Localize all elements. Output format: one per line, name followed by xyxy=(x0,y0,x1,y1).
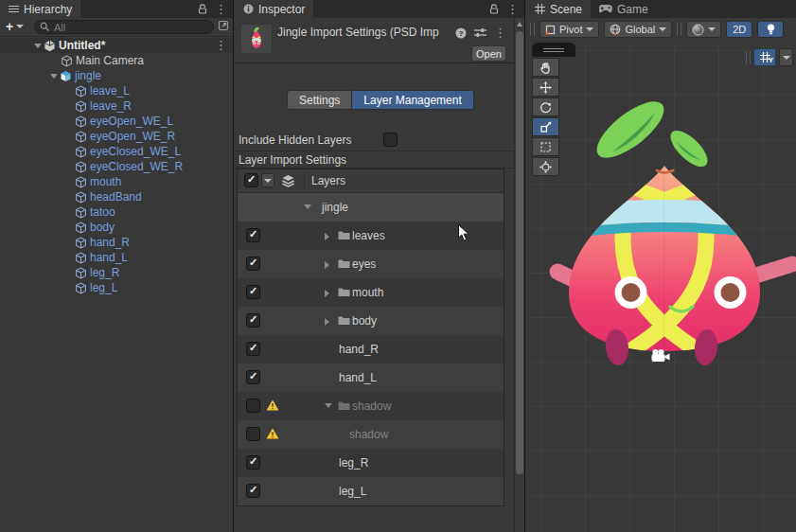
layer-row-leg-r[interactable]: leg_R xyxy=(238,449,504,477)
help-circle-icon[interactable]: ? xyxy=(455,27,467,39)
hierarchy-row[interactable]: mouth xyxy=(0,174,233,189)
object-name: Main Camera xyxy=(76,54,144,67)
layer-row-hand-r[interactable]: hand_R xyxy=(238,335,504,364)
kebab-menu-icon[interactable]: ⋮ xyxy=(215,38,227,53)
layer-import-settings-header: Layer Import Settings xyxy=(235,151,514,168)
layer-row-mouth[interactable]: mouth xyxy=(238,278,504,307)
hierarchy-row[interactable]: hand_R xyxy=(0,235,233,250)
scroll-up-arrow-icon[interactable] xyxy=(517,22,522,27)
hierarchy-row-prefab[interactable]: jingle xyxy=(0,68,233,83)
select-all-checkbox[interactable] xyxy=(244,173,258,187)
tab-settings[interactable]: Settings xyxy=(287,90,352,110)
hierarchy-row[interactable]: tatoo xyxy=(0,204,233,220)
layer-checkbox[interactable] xyxy=(246,285,260,299)
layer-checkbox[interactable] xyxy=(246,427,260,441)
grid-dropdown-button[interactable] xyxy=(779,48,793,66)
hierarchy-row[interactable]: eyeClosed_WE_R xyxy=(0,159,233,174)
object-name: tatoo xyxy=(90,205,115,219)
hierarchy-row[interactable]: eyeOpen_WE_L xyxy=(0,114,233,129)
checkbox-dropdown-button[interactable] xyxy=(261,173,274,187)
layer-row-jingle[interactable]: jingle xyxy=(238,193,504,222)
foldout-open-icon[interactable] xyxy=(47,74,60,79)
layer-checkbox[interactable] xyxy=(246,370,260,384)
tab-scene[interactable]: Scene xyxy=(526,0,591,18)
hierarchy-row[interactable]: hand_L xyxy=(0,250,233,265)
inspector-scrollbar[interactable] xyxy=(514,18,524,532)
layer-checkbox[interactable] xyxy=(246,455,260,470)
layer-row-hand-l[interactable]: hand_L xyxy=(238,364,504,392)
add-object-button[interactable]: + xyxy=(6,19,24,34)
hierarchy-row-scene[interactable]: Untitled* ⋮ xyxy=(0,38,233,53)
layer-table: Layers jingle leaves eyes mouth xyxy=(237,168,504,506)
hierarchy-row[interactable]: leg_L xyxy=(0,280,233,295)
kebab-menu-icon[interactable]: ⋮ xyxy=(494,24,506,42)
padlock-icon[interactable] xyxy=(489,4,499,14)
foldout-closed-icon[interactable] xyxy=(325,290,329,297)
layer-row-body[interactable]: body xyxy=(238,307,504,335)
character-jingle[interactable] xyxy=(526,80,796,383)
foldout-closed-icon[interactable] xyxy=(325,261,329,269)
presets-sliders-icon[interactable] xyxy=(474,27,486,38)
padlock-icon[interactable] xyxy=(198,4,207,14)
toolbar-grip-handle[interactable] xyxy=(530,23,535,36)
layer-checkbox[interactable] xyxy=(246,228,260,242)
layer-row-shadow-group[interactable]: shadow xyxy=(238,392,504,420)
layer-row-shadow[interactable]: shadow xyxy=(238,420,504,449)
search-input[interactable]: All xyxy=(34,20,214,34)
scrollbar-thumb[interactable] xyxy=(516,31,523,474)
foldout-open-icon[interactable] xyxy=(325,403,332,408)
hierarchy-row[interactable]: eyeClosed_WE_L xyxy=(0,144,233,159)
hierarchy-row[interactable]: headBand xyxy=(0,189,233,204)
object-name: leg_L xyxy=(90,281,117,294)
layer-checkbox[interactable] xyxy=(246,313,260,328)
layer-row-leg-l[interactable]: leg_L xyxy=(238,477,504,505)
kebab-menu-icon[interactable]: ⋮ xyxy=(215,0,227,18)
pivot-dropdown[interactable]: Pivot xyxy=(540,21,599,38)
tool-view-hand[interactable] xyxy=(532,58,559,77)
foldout-closed-icon[interactable] xyxy=(325,318,329,326)
hand-icon xyxy=(540,62,552,74)
hierarchy-row[interactable]: body xyxy=(0,220,233,235)
layer-name: eyes xyxy=(352,257,376,271)
foldout-open-icon[interactable] xyxy=(31,44,44,48)
layer-checkbox[interactable] xyxy=(246,484,260,498)
import-settings-tabs: Settings Layer Management xyxy=(287,90,474,110)
foldout-open-icon[interactable] xyxy=(304,204,311,209)
scene-viewport[interactable]: Y xyxy=(526,42,796,532)
2d-toggle-button[interactable]: 2D xyxy=(726,21,752,38)
global-dropdown[interactable]: Global xyxy=(604,21,672,38)
hierarchy-tabbar: Hierarchy ⋮ xyxy=(0,0,233,18)
folder-icon xyxy=(338,258,350,272)
lighting-toggle-button[interactable] xyxy=(757,21,784,38)
hierarchy-row[interactable]: leave_L xyxy=(0,83,233,98)
gameobject-cube-icon xyxy=(75,237,90,249)
hierarchy-row[interactable]: leg_R xyxy=(0,265,233,280)
overlay-grip-handle[interactable] xyxy=(746,51,751,64)
tab-hierarchy[interactable]: Hierarchy xyxy=(0,0,80,18)
grid-visibility-button[interactable]: Y xyxy=(753,48,776,66)
hierarchy-row[interactable]: eyeOpen_WE_R xyxy=(0,129,233,144)
layer-checkbox[interactable] xyxy=(246,342,260,356)
open-in-window-icon[interactable] xyxy=(218,20,229,31)
hierarchy-row[interactable]: leave_R xyxy=(0,98,233,114)
gameobject-cube-icon xyxy=(75,161,90,173)
warning-triangle-icon xyxy=(266,399,279,414)
open-button[interactable]: Open xyxy=(471,45,506,62)
info-icon xyxy=(243,4,254,14)
hierarchy-row[interactable]: Main Camera xyxy=(0,53,233,68)
shading-mode-dropdown[interactable] xyxy=(686,21,721,38)
toolbar-grip-handle[interactable] xyxy=(677,23,681,36)
layer-row-eyes[interactable]: eyes xyxy=(238,250,504,278)
object-name: mouth xyxy=(90,175,121,188)
tab-game[interactable]: Game xyxy=(591,0,657,18)
tab-inspector[interactable]: Inspector xyxy=(235,0,313,18)
layer-checkbox[interactable] xyxy=(246,257,260,271)
overlay-drag-handle[interactable] xyxy=(532,43,575,57)
2d-label: 2D xyxy=(733,24,746,35)
tab-layer-management[interactable]: Layer Management xyxy=(352,90,473,110)
kebab-menu-icon[interactable]: ⋮ xyxy=(506,0,519,18)
tab-label: Game xyxy=(617,3,648,16)
layer-checkbox[interactable] xyxy=(246,399,260,413)
include-hidden-layers-checkbox[interactable] xyxy=(383,133,398,147)
foldout-closed-icon[interactable] xyxy=(325,233,329,240)
